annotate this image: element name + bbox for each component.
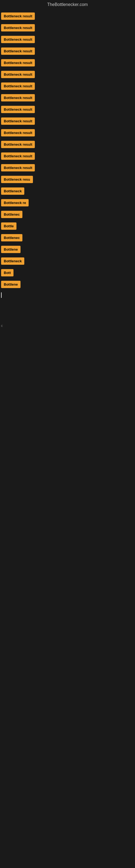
list-item: Bottlene	[0, 244, 135, 255]
list-item: Bottleneck result	[0, 45, 135, 57]
bottleneck-result-badge[interactable]: Bottleneck result	[1, 152, 35, 160]
list-item	[0, 290, 135, 300]
bottleneck-result-badge[interactable]: Bottlene	[1, 281, 20, 288]
site-title: TheBottlenecker.com	[0, 0, 135, 10]
bottleneck-result-badge[interactable]: Bottleneck re	[1, 199, 29, 207]
list-item	[0, 339, 135, 343]
bottleneck-result-badge[interactable]: Bottlenec	[1, 211, 22, 218]
list-item	[0, 351, 135, 356]
list-item: Bottleneck	[0, 255, 135, 267]
bottleneck-result-badge[interactable]: Bottleneck result	[1, 83, 35, 90]
bottleneck-result-badge[interactable]: Bottleneck result	[1, 71, 35, 78]
list-item: Bottleneck result	[0, 34, 135, 45]
list-item: Bottleneck result	[0, 69, 135, 80]
list-item: Bottleneck result	[0, 22, 135, 34]
list-item: Bottleneck result	[0, 80, 135, 92]
list-item	[0, 343, 135, 347]
list-item	[0, 356, 135, 360]
bottleneck-result-badge[interactable]: Bottleneck result	[1, 129, 35, 136]
list-item: c	[0, 322, 135, 330]
list-item: Bottleneck resu	[0, 174, 135, 185]
list-item: Bottlene	[0, 279, 135, 290]
list-item	[0, 334, 135, 339]
bottleneck-result-badge[interactable]: Bottleneck	[1, 187, 24, 195]
bottleneck-result-badge[interactable]: Bottleneck result	[1, 106, 35, 113]
list-item: Bottleneck	[0, 185, 135, 197]
list-item	[0, 300, 135, 304]
bottleneck-result-badge[interactable]: Bottleneck resu	[1, 176, 33, 183]
list-item	[0, 309, 135, 313]
list-item: Bottleneck result	[0, 138, 135, 150]
bottleneck-result-badge[interactable]: Bottleneck result	[1, 141, 35, 148]
list-item: Bottleneck re	[0, 197, 135, 209]
bottleneck-result-badge[interactable]: Bottleneck result	[1, 12, 35, 20]
bottleneck-result-badge[interactable]: Bottlene	[1, 246, 20, 253]
bottleneck-result-badge[interactable]: Bottlenec	[1, 234, 22, 241]
list-item: Bottlenec	[0, 209, 135, 220]
bottleneck-result-badge[interactable]: Bott	[1, 269, 13, 276]
bottleneck-result-badge[interactable]: Bottleneck result	[1, 94, 35, 101]
list-item	[0, 313, 135, 317]
list-item: Bottleneck result	[0, 150, 135, 162]
small-label: c	[1, 324, 3, 328]
cursor-indicator	[1, 292, 2, 298]
list-item	[0, 347, 135, 351]
list-item: Bottleneck result	[0, 104, 135, 115]
list-item	[0, 360, 135, 365]
bottleneck-result-badge[interactable]: Bottleneck result	[1, 48, 35, 55]
list-item: Bottleneck result	[0, 162, 135, 174]
list-item	[0, 304, 135, 309]
bottleneck-result-badge[interactable]: Bottleneck result	[1, 59, 35, 66]
bottleneck-rows-container: Bottleneck resultBottleneck resultBottle…	[0, 10, 135, 369]
list-item	[0, 317, 135, 322]
list-item	[0, 330, 135, 334]
list-item: Bottleneck result	[0, 92, 135, 104]
list-item	[0, 365, 135, 369]
list-item: Bottle	[0, 220, 135, 232]
bottleneck-result-badge[interactable]: Bottleneck result	[1, 164, 35, 172]
list-item: Bottleneck result	[0, 127, 135, 138]
list-item: Bott	[0, 267, 135, 279]
bottleneck-result-badge[interactable]: Bottleneck result	[1, 24, 35, 31]
bottleneck-result-badge[interactable]: Bottleneck result	[1, 118, 35, 125]
list-item: Bottleneck result	[0, 10, 135, 22]
list-item: Bottlenec	[0, 232, 135, 244]
list-item: Bottleneck result	[0, 57, 135, 69]
bottleneck-result-badge[interactable]: Bottle	[1, 222, 16, 230]
bottleneck-result-badge[interactable]: Bottleneck result	[1, 36, 35, 43]
bottleneck-result-badge[interactable]: Bottleneck	[1, 257, 24, 265]
list-item: Bottleneck result	[0, 115, 135, 127]
